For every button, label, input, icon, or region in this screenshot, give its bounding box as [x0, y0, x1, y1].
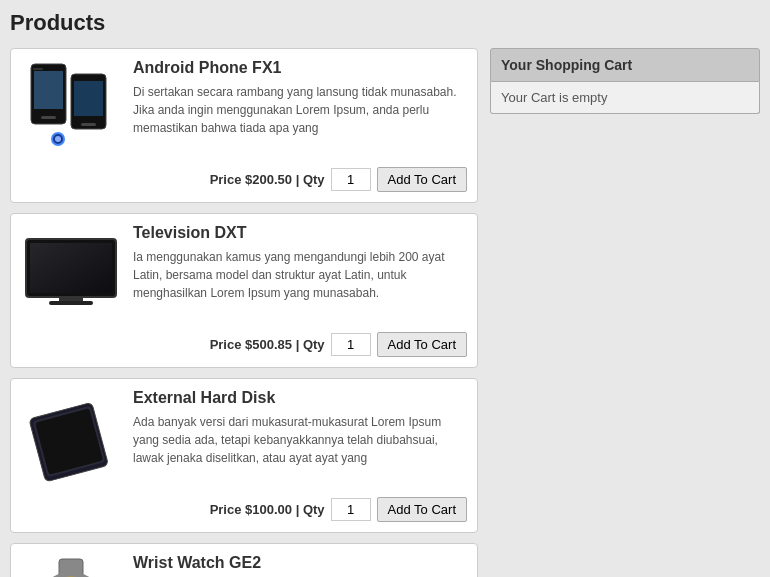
product-footer: Price $100.00 | Qty Add To Cart — [21, 497, 467, 522]
product-description: Ia menggunakan kamus yang mengandungi le… — [133, 248, 467, 302]
product-footer: Price $500.85 | Qty Add To Cart — [21, 332, 467, 357]
product-name: Android Phone FX1 — [133, 59, 467, 77]
add-to-cart-button[interactable]: Add To Cart — [377, 167, 467, 192]
product-card: External Hard Disk Ada banyak versi dari… — [10, 378, 478, 533]
svg-rect-13 — [49, 301, 93, 305]
quantity-input[interactable] — [331, 168, 371, 191]
svg-rect-3 — [33, 68, 43, 70]
quantity-input[interactable] — [331, 498, 371, 521]
product-info: Wrist Watch GE2 Memalukan akan terselit … — [133, 554, 467, 577]
cart-body: Your Cart is empty — [490, 82, 760, 114]
product-name: Wrist Watch GE2 — [133, 554, 467, 572]
product-image-phone — [21, 59, 121, 159]
svg-rect-1 — [34, 71, 63, 109]
svg-rect-2 — [41, 116, 56, 119]
product-info: Android Phone FX1 Di sertakan secara ram… — [133, 59, 467, 159]
product-description: Ada banyak versi dari mukasurat-mukasura… — [133, 413, 467, 467]
svg-point-8 — [55, 136, 61, 142]
product-footer: Price $200.50 | Qty Add To Cart — [21, 167, 467, 192]
product-price: Price $100.00 | Qty — [210, 502, 325, 517]
product-top: Television DXT Ia menggunakan kamus yang… — [21, 224, 467, 324]
product-image-hdd — [21, 389, 121, 489]
product-image-tv — [21, 224, 121, 324]
cart-header: Your Shopping Cart — [490, 48, 760, 82]
quantity-input[interactable] — [331, 333, 371, 356]
cart-panel: Your Shopping Cart Your Cart is empty — [490, 48, 760, 114]
product-name: External Hard Disk — [133, 389, 467, 407]
product-price: Price $500.85 | Qty — [210, 337, 325, 352]
page-title: Products — [10, 10, 760, 36]
product-card: Android Phone FX1 Di sertakan secara ram… — [10, 48, 478, 203]
product-price: Price $200.50 | Qty — [210, 172, 325, 187]
product-top: Wrist Watch GE2 Memalukan akan terselit … — [21, 554, 467, 577]
add-to-cart-button[interactable]: Add To Cart — [377, 497, 467, 522]
svg-rect-12 — [59, 297, 83, 301]
products-list: Android Phone FX1 Di sertakan secara ram… — [10, 48, 478, 577]
svg-rect-6 — [81, 123, 96, 126]
product-card: Television DXT Ia menggunakan kamus yang… — [10, 213, 478, 368]
product-top: External Hard Disk Ada banyak versi dari… — [21, 389, 467, 489]
svg-rect-5 — [74, 81, 103, 116]
product-image-watch — [21, 554, 121, 577]
svg-rect-11 — [30, 243, 112, 293]
product-top: Android Phone FX1 Di sertakan secara ram… — [21, 59, 467, 159]
product-card: Wrist Watch GE2 Memalukan akan terselit … — [10, 543, 478, 577]
add-to-cart-button[interactable]: Add To Cart — [377, 332, 467, 357]
product-name: Television DXT — [133, 224, 467, 242]
main-layout: Android Phone FX1 Di sertakan secara ram… — [10, 48, 760, 577]
product-info: External Hard Disk Ada banyak versi dari… — [133, 389, 467, 489]
product-info: Television DXT Ia menggunakan kamus yang… — [133, 224, 467, 324]
product-description: Di sertakan secara rambang yang lansung … — [133, 83, 467, 137]
